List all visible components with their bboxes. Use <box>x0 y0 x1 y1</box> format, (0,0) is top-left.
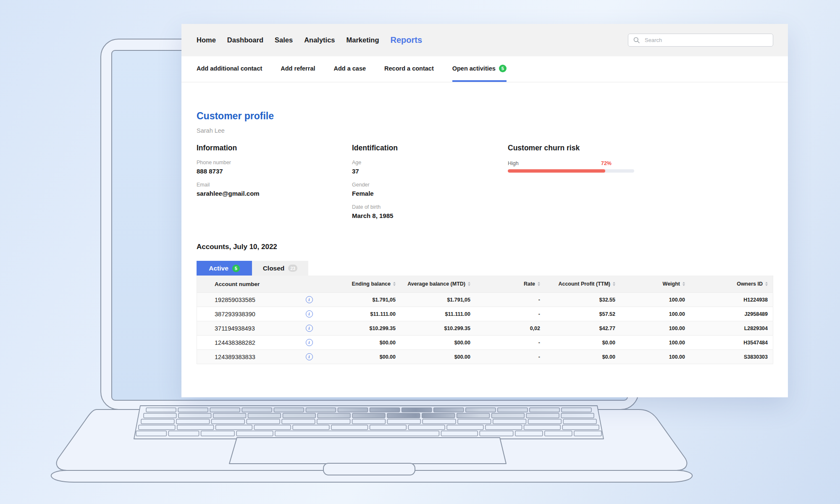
account-profit-cell: $0.00 <box>545 340 620 346</box>
nav-items: HomeDashboardSalesAnalyticsMarketing <box>197 36 379 44</box>
field-label: Date of birth <box>352 204 508 210</box>
weight-cell: 100.00 <box>620 297 690 303</box>
field-gender: Gender Female <box>352 182 508 197</box>
rate-cell: - <box>475 311 545 317</box>
rate-cell: - <box>475 297 545 303</box>
ending-balance-cell: $00.00 <box>341 340 401 346</box>
sort-icon[interactable] <box>682 282 685 286</box>
average-balance-cell: $10.299.35 <box>401 326 475 331</box>
info-icon[interactable]: i <box>306 325 313 332</box>
weight-cell: 100.00 <box>620 340 690 346</box>
rate-cell: 0,02 <box>475 326 545 331</box>
active-count-badge: 5 <box>232 265 240 272</box>
account-number: 371194938493 <box>197 325 278 332</box>
field-label: Email <box>197 182 352 188</box>
customer-name: Sarah Lee <box>197 127 773 134</box>
owners-id-cell: H3547484 <box>690 340 773 346</box>
weight-cell: 100.00 <box>620 326 690 331</box>
info-icon[interactable]: i <box>306 296 313 303</box>
tab-active-accounts[interactable]: Active 5 <box>197 261 252 276</box>
ending-balance-cell: $1.791,05 <box>341 297 401 303</box>
identification-section: Identification Age 37 Gender Female Date… <box>352 144 508 219</box>
table-header: Account number Ending balance Average ba… <box>197 276 773 292</box>
sort-icon[interactable] <box>393 282 396 286</box>
owners-id-cell: S3830303 <box>690 354 773 360</box>
churn-percent: 72% <box>601 160 612 166</box>
ending-balance-cell: $10.299.35 <box>341 326 401 331</box>
field-value: March 8, 1985 <box>352 212 508 219</box>
weight-cell: 100.00 <box>620 354 690 360</box>
table-body: 192859033585 i $1.791,05 $1.791,05 - $32… <box>197 292 773 364</box>
sort-icon[interactable] <box>765 282 768 286</box>
subnav-tab-open-activities[interactable]: Open activities 5 <box>452 56 507 82</box>
touchpad <box>229 438 506 464</box>
info-icon[interactable]: i <box>306 310 313 318</box>
rate-cell: - <box>475 340 545 346</box>
account-number: 124389383833 <box>197 354 278 360</box>
field-value: 888 8737 <box>197 168 352 175</box>
nav-item-home[interactable]: Home <box>197 36 216 44</box>
accounts-heading: Accounts, July 10, 2022 <box>197 243 773 251</box>
search-box[interactable] <box>628 34 773 47</box>
search-input[interactable] <box>644 37 768 44</box>
subnav-tab-add-additional-contact[interactable]: Add additional contact <box>197 56 262 82</box>
table-row: 124438388282 i $00.00 $00.00 - $0.00 100… <box>197 335 773 349</box>
col-rate[interactable]: Rate <box>475 281 545 287</box>
col-weight[interactable]: Weight <box>620 281 690 287</box>
average-balance-cell: $00.00 <box>401 340 475 346</box>
field-value: sarahlee@gmail.com <box>197 190 352 197</box>
field-dob: Date of birth March 8, 1985 <box>352 204 508 219</box>
nav-item-analytics[interactable]: Analytics <box>304 36 335 44</box>
field-value: 37 <box>352 168 508 175</box>
accounts-tabs: Active 5 Closed 23 <box>197 261 773 276</box>
account-profit-cell: $42.77 <box>545 326 620 331</box>
sub-navigation: Add additional contact Add referral Add … <box>181 56 788 82</box>
account-profit-cell: $57.52 <box>545 311 620 317</box>
field-email: Email sarahlee@gmail.com <box>197 182 352 197</box>
subnav-tab-add-a-case[interactable]: Add a case <box>333 56 366 82</box>
weight-cell: 100.00 <box>620 311 690 317</box>
field-age: Age 37 <box>352 160 508 175</box>
app-window: HomeDashboardSalesAnalyticsMarketing Rep… <box>181 24 788 397</box>
field-label: Gender <box>352 182 508 188</box>
churn-progress-track <box>508 169 634 173</box>
info-icon[interactable]: i <box>306 353 313 360</box>
sort-icon[interactable] <box>468 282 470 286</box>
rate-cell: - <box>475 354 545 360</box>
information-heading: Information <box>197 144 352 152</box>
info-icon[interactable]: i <box>306 339 313 346</box>
subnav-tab-record-a-contact[interactable]: Record a contact <box>384 56 434 82</box>
sort-icon[interactable] <box>538 282 540 286</box>
field-phone: Phone number 888 8737 <box>197 160 352 175</box>
subnav-tab-add-referral[interactable]: Add referral <box>281 56 315 82</box>
field-value: Female <box>352 190 508 197</box>
tab-closed-accounts[interactable]: Closed 23 <box>252 261 308 276</box>
tab-label: Active <box>209 265 228 272</box>
nav-item-marketing[interactable]: Marketing <box>346 36 379 44</box>
col-owners-id[interactable]: Owners ID <box>690 281 773 287</box>
nav-item-reports-active[interactable]: Reports <box>390 35 422 45</box>
nav-item-dashboard[interactable]: Dashboard <box>227 36 263 44</box>
churn-risk-section: Customer churn risk High 72% <box>508 144 638 219</box>
owners-id-cell: J2958489 <box>690 311 773 317</box>
field-label: Phone number <box>197 160 352 165</box>
sort-icon[interactable] <box>613 282 615 286</box>
information-section: Information Phone number 888 8737 Email … <box>197 144 352 219</box>
col-average-balance[interactable]: Average balance (MTD) <box>401 281 475 287</box>
open-activities-badge: 5 <box>499 65 507 72</box>
nav-item-sales[interactable]: Sales <box>275 36 293 44</box>
tab-label: Closed <box>263 265 285 272</box>
col-ending-balance[interactable]: Ending balance <box>341 281 401 287</box>
col-account-profit[interactable]: Account Profit (TTM) <box>545 281 620 287</box>
table-row: 387293938390 i $11.111.00 $11.111.00 - $… <box>197 307 773 321</box>
info-cell: i <box>278 296 341 303</box>
page-content: Customer profile Sarah Lee Information P… <box>181 110 788 364</box>
field-label: Age <box>352 160 508 165</box>
churn-level: High <box>508 160 519 166</box>
account-number: 387293938390 <box>197 311 278 318</box>
churn-heading: Customer churn risk <box>508 144 638 152</box>
account-profit-cell: $0.00 <box>545 354 620 360</box>
top-navigation: HomeDashboardSalesAnalyticsMarketing Rep… <box>181 24 788 56</box>
profile-columns: Information Phone number 888 8737 Email … <box>197 144 773 219</box>
accounts-table: Account number Ending balance Average ba… <box>197 276 773 364</box>
